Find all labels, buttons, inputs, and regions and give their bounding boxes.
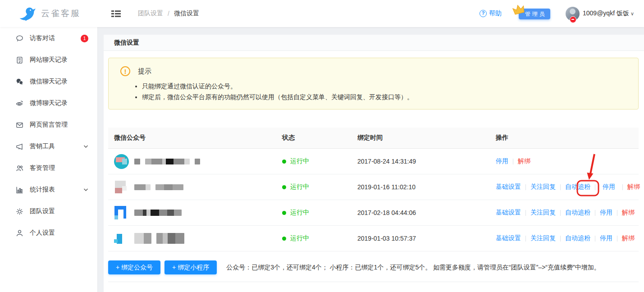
notebook-icon xyxy=(16,56,23,64)
auto-fans-link[interactable]: 自动追粉 xyxy=(565,209,590,217)
mail-icon xyxy=(16,121,23,129)
actions-cell: 停用 解绑 xyxy=(490,157,639,165)
bound-time-cell: 2017-08-24 14:31:49 xyxy=(352,158,490,165)
account-avatar-censored xyxy=(114,205,129,220)
sidebar-item-customer-management[interactable]: 客资管理 xyxy=(0,157,97,179)
auto-fans-link[interactable]: 自动追粉 xyxy=(565,183,590,191)
actions-cell: 基础设置 关注回复 自动追粉 停用 解绑 xyxy=(490,234,639,242)
auto-fans-link[interactable]: 自动追粉 xyxy=(565,234,590,242)
help-label: 帮助 xyxy=(489,9,502,18)
sidebar: 访客对话 1 网站聊天记录 微信聊天记录 xyxy=(0,27,98,292)
quota-text: 公众号：已绑定3个，还可绑定4个； 小程序：已绑定1个，还可绑定5个。 如需更多… xyxy=(226,264,600,272)
user-menu[interactable]: 1009@yqkf 饭饭 xyxy=(583,9,629,18)
breadcrumb-current: 微信设置 xyxy=(174,9,199,18)
sidebar-item-message-management[interactable]: 网页留言管理 xyxy=(0,114,97,136)
actions-cell: 基础设置 关注回复 自动追粉 停用 解绑 xyxy=(490,183,640,191)
unbind-link[interactable]: 解绑 xyxy=(622,209,635,217)
breadcrumb-parent[interactable]: 团队设置 xyxy=(138,9,163,18)
divider xyxy=(108,282,639,282)
basic-settings-link[interactable]: 基础设置 xyxy=(496,209,521,217)
bound-time-cell: 2019-01-03 10:57:37 xyxy=(352,235,490,242)
sidebar-item-personal-settings[interactable]: 个人设置 xyxy=(0,222,97,244)
disable-link[interactable]: 停用 xyxy=(600,209,612,217)
notice-list: 只能绑定通过微信认证的公众号。 绑定后，微信公众平台原有的功能仍然可以使用（包括… xyxy=(142,81,638,102)
sidebar-collapse-icon[interactable] xyxy=(111,10,121,18)
disable-link[interactable]: 停用 xyxy=(496,157,508,165)
section-header: 微信设置 xyxy=(104,35,644,51)
notice-item: 绑定后，微信公众平台原有的功能仍然可以使用（包括自定义菜单、关键词回复、开发接口… xyxy=(142,91,638,102)
bind-miniprogram-button[interactable]: + 绑定小程序 xyxy=(164,260,217,274)
chevron-down-icon[interactable] xyxy=(83,188,88,192)
status-cell: 运行中 xyxy=(276,234,352,242)
status-cell: 运行中 xyxy=(276,157,352,165)
warning-circle-icon: ! xyxy=(120,66,130,76)
account-name-censored xyxy=(134,184,183,190)
help-button[interactable]: ? 帮助 xyxy=(480,9,502,18)
sidebar-item-statistics-reports[interactable]: 统计报表 xyxy=(0,179,97,201)
col-header-account: 微信公众号 xyxy=(108,134,276,142)
sidebar-item-weibo-history[interactable]: 微博聊天记录 xyxy=(0,92,97,114)
role-badge-wrap: 管理员 xyxy=(519,9,550,18)
help-icon: ? xyxy=(480,10,487,17)
table-row: 运行中 2019-01-03 10:57:37 基础设置 关注回复 自动追粉 停… xyxy=(108,226,639,251)
sidebar-item-marketing-tools[interactable]: 营销工具 xyxy=(0,136,97,157)
basic-settings-link[interactable]: 基础设置 xyxy=(496,183,521,191)
page-title: 微信设置 xyxy=(114,39,139,47)
account-name-censored xyxy=(134,210,182,216)
weibo-icon xyxy=(16,100,23,107)
app-title: 云雀客服 xyxy=(41,8,81,19)
sidebar-item-wechat-history[interactable]: 微信聊天记录 xyxy=(0,71,97,92)
account-avatar-censored xyxy=(114,231,129,246)
disable-link-annotated[interactable]: 停用 xyxy=(603,183,615,191)
account-avatar-censored xyxy=(114,180,129,195)
actions-cell: 基础设置 关注回复 自动追粉 停用 解绑 xyxy=(490,209,639,217)
bound-time-cell: 2019-01-16 11:02:10 xyxy=(352,183,490,191)
bar-chart-icon xyxy=(16,186,23,194)
basic-settings-link[interactable]: 基础设置 xyxy=(496,234,521,242)
col-header-bound-time: 绑定时间 xyxy=(352,134,490,142)
status-dot-icon xyxy=(282,185,286,189)
col-header-status: 状态 xyxy=(276,134,352,142)
notice-box: ! 提示 只能绑定通过微信认证的公众号。 绑定后，微信公众平台原有的功能仍然可以… xyxy=(108,58,639,110)
follow-reply-link[interactable]: 关注回复 xyxy=(530,234,556,242)
breadcrumb-separator: / xyxy=(168,10,169,17)
megaphone-icon xyxy=(16,143,23,151)
chevron-down-icon[interactable]: ∨ xyxy=(630,11,634,17)
sidebar-item-visitor-chat[interactable]: 访客对话 1 xyxy=(0,27,97,49)
bind-official-account-button[interactable]: + 绑定公众号 xyxy=(108,260,160,274)
disable-link[interactable]: 停用 xyxy=(600,234,612,242)
unbind-link[interactable]: 解绑 xyxy=(627,183,640,191)
sidebar-item-team-settings[interactable]: 团队设置 xyxy=(0,201,97,222)
status-cell: 运行中 xyxy=(276,209,352,217)
wechat-icon xyxy=(16,78,23,86)
status-dot-icon xyxy=(282,237,286,241)
unread-count-badge: 1 xyxy=(81,35,88,42)
unbind-link[interactable]: 解绑 xyxy=(622,234,635,242)
status-minus-badge xyxy=(570,16,576,23)
notice-title: 提示 xyxy=(138,67,151,76)
follow-reply-link[interactable]: 关注回复 xyxy=(530,209,556,217)
status-dot-icon xyxy=(282,160,286,164)
account-name-censored xyxy=(134,159,200,164)
unbind-link[interactable]: 解绑 xyxy=(518,157,530,165)
follow-reply-link[interactable]: 关注回复 xyxy=(530,183,556,191)
table-row: 运行中 2017-08-24 14:31:49 停用 解绑 xyxy=(108,149,639,174)
notice-item: 只能绑定通过微信认证的公众号。 xyxy=(142,81,638,91)
main-content: 微信设置 ! 提示 只能绑定通过微信认证的公众号。 绑定后，微信公众平台原有的功… xyxy=(104,35,644,292)
user-avatar[interactable] xyxy=(566,7,580,21)
app-logo: 云雀客服 xyxy=(0,0,98,27)
chevron-down-icon[interactable] xyxy=(83,145,88,148)
table-row: 运行中 2019-01-16 11:02:10 基础设置 关注回复 自动追粉 停… xyxy=(108,174,639,200)
bound-time-cell: 2017-02-18 04:44:06 xyxy=(352,209,490,216)
breadcrumb: 团队设置 / 微信设置 xyxy=(138,9,199,18)
account-avatar-censored xyxy=(114,154,129,169)
topbar-right: ? 帮助 管理员 1009@yqkf 饭饭 ∨ xyxy=(480,7,644,21)
gear-icon xyxy=(16,208,23,215)
status-cell: 运行中 xyxy=(276,183,352,191)
table-row: 运行中 2017-02-18 04:44:06 基础设置 关注回复 自动追粉 停… xyxy=(108,200,639,226)
table-footer: + 绑定公众号 + 绑定小程序 公众号：已绑定3个，还可绑定4个； 小程序：已绑… xyxy=(108,260,639,274)
status-dot-icon xyxy=(282,211,286,215)
table-header-row: 微信公众号 状态 绑定时间 操作 xyxy=(108,128,639,149)
topbar: 云雀客服 团队设置 / 微信设置 ? 帮助 xyxy=(0,0,644,27)
sidebar-item-web-chat-history[interactable]: 网站聊天记录 xyxy=(0,49,97,71)
